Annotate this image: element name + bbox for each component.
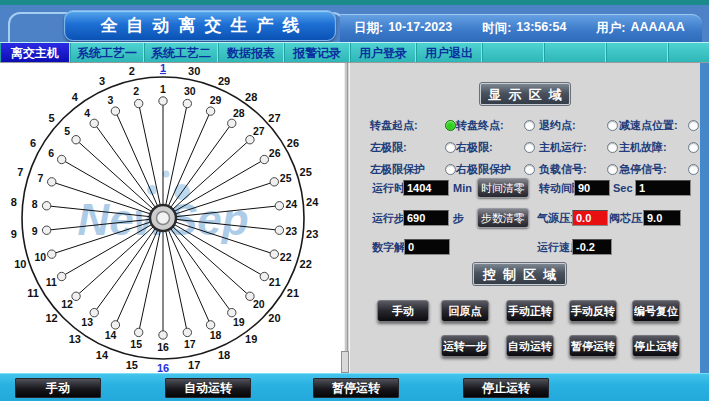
tab-empty [668,43,709,63]
svg-text:16: 16 [157,341,169,353]
svg-text:28: 28 [245,91,257,103]
svg-text:24: 24 [306,196,319,208]
bottom-stop-run-button[interactable]: 停止运转 [463,378,549,398]
splitter-handle[interactable] [341,351,349,373]
svg-text:23: 23 [285,225,297,237]
steps-unit: 步 [453,210,464,226]
svg-text:22: 22 [300,258,312,270]
svg-text:7: 7 [37,172,43,184]
time-clear-button[interactable]: 时间清零 [477,178,529,198]
indicator-host-fault: 主机故障: [619,140,699,154]
indicator-retreat-point: 退约点: [539,118,618,132]
auto-run-button[interactable]: 自动运转 [506,335,554,357]
svg-text:17: 17 [184,338,196,350]
svg-text:3: 3 [99,75,105,87]
svg-text:25: 25 [280,172,292,184]
user-group: 用户: AAAAAA [596,20,684,37]
indicator-right-limit: 右极限: [456,140,535,154]
svg-text:8: 8 [32,198,38,210]
panel-splitter [344,63,348,374]
tab-alarm-record[interactable]: 报警记录 [284,43,350,63]
svg-text:26: 26 [269,147,281,159]
bottom-margin [0,401,709,408]
indicator-estop-signal: 急停信号: [619,162,699,176]
status-lamp [524,142,535,153]
indicator-turntable-start: 转盘起点: [370,118,456,132]
time-value: 13:56:54 [516,20,566,37]
steps-clear-button[interactable]: 步数清零 [477,208,529,228]
status-lamp [607,142,618,153]
svg-text:21: 21 [269,276,281,288]
tab-data-report[interactable]: 数据报表 [218,43,284,63]
header-band: 全自动离交生产线 日期: 10-17-2023 时间: 13:56:54 用户:… [0,5,709,42]
tab-user-login[interactable]: 用户登录 [350,43,416,63]
manual-forward-button[interactable]: 手动正转 [506,300,554,322]
tab-empty [482,43,544,63]
svg-text:1: 1 [160,63,166,74]
number-reset-button[interactable]: 编号复位 [632,300,680,322]
svg-text:29: 29 [210,94,222,106]
svg-text:25: 25 [300,166,312,178]
svg-text:14: 14 [96,349,109,361]
svg-text:9: 9 [11,228,17,240]
indicator-left-limit: 左极限: [370,140,456,154]
run-time-unit: Min [453,180,472,196]
svg-text:24: 24 [285,198,297,210]
run-one-step-button[interactable]: 运转一步 [441,335,489,357]
user-label: 用户: [596,20,625,37]
svg-text:12: 12 [45,312,57,324]
status-lamp [445,164,456,175]
svg-text:27: 27 [253,125,265,137]
time-label: 时间: [482,20,511,37]
tab-process-2[interactable]: 系统工艺二 [144,43,218,63]
svg-text:10: 10 [14,258,26,270]
indicator-load-signal: 负载信号: [539,162,618,176]
rotary-carousel-diagram: NewSep1122334455667788991010111112121313… [0,63,345,374]
stop-run-button[interactable]: 停止运转 [632,335,680,357]
svg-text:29: 29 [218,75,230,87]
svg-text:28: 28 [233,107,245,119]
svg-text:19: 19 [245,333,257,345]
svg-text:13: 13 [69,333,81,345]
svg-text:4: 4 [84,107,90,119]
date-label: 日期: [354,20,383,37]
svg-text:19: 19 [233,316,245,328]
interval-value[interactable]: 90 [574,180,610,196]
speed-value: -0.2 [572,239,612,255]
svg-text:5: 5 [48,112,54,124]
tab-user-logout[interactable]: 用户退出 [416,43,482,63]
svg-text:18: 18 [210,329,222,341]
svg-text:11: 11 [46,276,57,288]
indicator-turntable-end: 转盘终点: [456,118,535,132]
interval-value2[interactable]: 1 [635,180,691,196]
svg-text:30: 30 [184,85,196,97]
display-area-title: 显示区域 [480,83,570,105]
status-lamp [524,120,535,131]
svg-text:10: 10 [34,251,46,263]
date-group: 日期: 10-17-2023 [354,20,452,37]
tab-main-machine[interactable]: 离交主机 [0,43,70,63]
right-border-strip [700,63,709,374]
bottom-bar: newsep60.cn.goepe.com 手动 自动运转 暂停运转 停止运转 [0,373,709,401]
svg-text:22: 22 [280,251,292,263]
status-lamp [607,164,618,175]
pause-run-button[interactable]: 暂停运转 [569,335,617,357]
svg-text:9: 9 [32,225,38,237]
right-panel: 显示区域 转盘起点: 转盘终点: 退约点: 减速点位置: 左极限: 右极限: 主… [349,63,700,374]
valve-pressure-value: 9.0 [643,210,681,226]
bottom-pause-run-button[interactable]: 暂停运转 [313,378,399,398]
tab-process-1[interactable]: 系统工艺一 [70,43,144,63]
user-value: AAAAAA [631,20,685,37]
svg-text:5: 5 [64,125,70,137]
bottom-manual-button[interactable]: 手动 [15,378,101,398]
svg-text:20: 20 [268,312,280,324]
status-lamp [607,120,618,131]
tab-bar: 离交主机 系统工艺一 系统工艺二 数据报表 报警记录 用户登录 用户退出 [0,42,709,62]
svg-text:12: 12 [61,298,73,310]
svg-text:8: 8 [11,196,17,208]
svg-text:15: 15 [130,338,142,350]
bottom-auto-run-button[interactable]: 自动运转 [165,378,251,398]
manual-reverse-button[interactable]: 手动反转 [569,300,617,322]
manual-button[interactable]: 手动 [377,300,429,322]
return-origin-button[interactable]: 回原点 [441,300,489,322]
